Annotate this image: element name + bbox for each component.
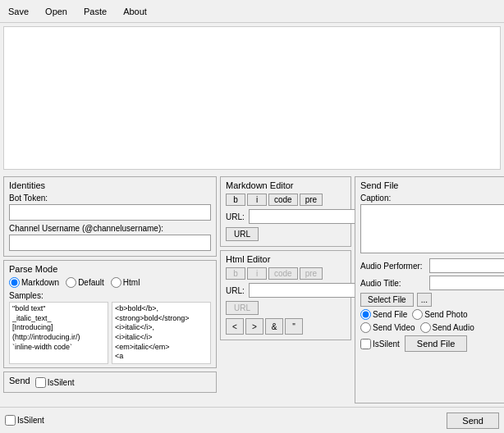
right-panel: Send File Caption: Audio Performer: Audi… (355, 176, 504, 403)
preview-area (3, 26, 501, 170)
audio-performer-input[interactable] (429, 258, 504, 273)
bot-token-label: Bot Token: (9, 194, 211, 203)
caption-textarea[interactable] (360, 204, 504, 253)
menu-bar: Save Open Paste About (0, 0, 504, 23)
markdown-btn-row: b i code pre (226, 194, 346, 206)
samples-label: Samples: (9, 291, 211, 300)
send-issilent-label[interactable]: IsSilent (35, 377, 75, 388)
radio-default[interactable]: Default (66, 277, 104, 288)
radio-default-input[interactable] (66, 277, 76, 288)
menu-save[interactable]: Save (0, 2, 37, 21)
menu-open[interactable]: Open (37, 2, 76, 21)
menu-about[interactable]: About (115, 2, 155, 21)
html-nav-row: < > & " (226, 318, 346, 335)
html-nav-amp[interactable]: & (265, 318, 283, 335)
audio-performer-label: Audio Performer: (360, 262, 426, 271)
send-file-section: Send File Caption: Audio Performer: Audi… (355, 176, 504, 403)
caption-label: Caption: (360, 194, 504, 203)
sample-left: "bold text" _italic_text_ [Introducing] … (9, 302, 108, 364)
select-file-row: Select File ... (360, 293, 504, 307)
bottom-issilent-checkbox[interactable] (5, 415, 16, 426)
md-bold-btn[interactable]: b (226, 194, 245, 206)
html-nav-prev[interactable]: < (226, 318, 244, 335)
radio-send-photo-input[interactable] (412, 309, 423, 320)
html-italic-btn[interactable]: i (247, 267, 267, 280)
channel-username-label: Channel Username (@channelusername): (9, 224, 211, 233)
send-file-big-btn[interactable]: Send File (405, 335, 467, 352)
radio-html-input[interactable] (111, 277, 121, 288)
bottom-bar: IsSilent Send (0, 407, 504, 433)
md-code-btn[interactable]: code (268, 194, 298, 206)
html-nav-quote[interactable]: " (285, 318, 303, 335)
html-pre-btn[interactable]: pre (300, 267, 323, 280)
md-url-input[interactable] (249, 209, 358, 224)
send-type-radio-group: Send File Send Photo (360, 309, 504, 320)
html-url-label: URL: (226, 286, 245, 295)
audio-title-label: Audio Title: (360, 279, 426, 288)
audio-performer-row: Audio Performer: (360, 258, 504, 273)
parse-mode-title: Parse Mode (9, 264, 211, 274)
send-file-title: Send File (360, 180, 504, 190)
md-url-label: URL: (226, 212, 245, 221)
send-label: Send (9, 376, 30, 385)
md-italic-btn[interactable]: i (247, 194, 267, 206)
audio-title-input[interactable] (429, 276, 504, 290)
radio-send-video[interactable]: Send Video (360, 322, 415, 333)
radio-send-file-input[interactable] (360, 309, 371, 320)
send-issilent-checkbox[interactable] (35, 377, 46, 388)
bottom-issilent[interactable]: IsSilent (5, 415, 44, 426)
parse-mode-section: Parse Mode Markdown Default Html (3, 260, 217, 368)
sample-right: <b>bold</b>, <strong>bold</strong> <i>it… (112, 302, 211, 364)
markdown-editor-section: Markdown Editor b i code pre URL: URL (220, 176, 351, 247)
select-file-btn[interactable]: Select File (360, 293, 414, 307)
html-code-btn[interactable]: code (268, 267, 298, 280)
channel-username-input[interactable] (9, 235, 211, 251)
send-file-bottom-row: IsSilent Send File (360, 335, 504, 352)
html-btn-row: b i code pre (226, 267, 346, 280)
bot-token-input[interactable] (9, 204, 211, 221)
html-bold-btn[interactable]: b (226, 267, 245, 280)
send-btn[interactable]: Send (447, 412, 499, 429)
send-file-issilent[interactable]: IsSilent (360, 339, 400, 349)
parse-mode-radio-group: Markdown Default Html (9, 277, 211, 288)
identities-title: Identities (9, 180, 211, 190)
panels-row: Identities Bot Token: Channel Username (… (0, 173, 504, 407)
md-url-btn[interactable]: URL (226, 227, 259, 241)
html-url-input[interactable] (249, 283, 358, 298)
radio-send-audio-input[interactable] (420, 322, 431, 333)
left-panel: Identities Bot Token: Channel Username (… (3, 176, 217, 403)
html-url-row: URL: (226, 283, 346, 298)
send-file-issilent-checkbox[interactable] (360, 339, 371, 349)
radio-send-audio[interactable]: Send Audio (420, 322, 474, 333)
send-type-radio-group-2: Send Video Send Audio (360, 322, 504, 333)
samples-row: "bold text" _italic_text_ [Introducing] … (9, 302, 211, 364)
html-editor-title: Html Editor (226, 254, 346, 264)
md-url-row: URL: (226, 209, 346, 224)
app-container: Save Open Paste About Identities Bot Tok… (0, 0, 504, 433)
html-url-btn[interactable]: URL (226, 301, 259, 315)
radio-send-file[interactable]: Send File (360, 309, 407, 320)
html-nav-next[interactable]: > (245, 318, 263, 335)
dots-btn[interactable]: ... (417, 293, 432, 307)
send-section: Send IsSilent (3, 371, 217, 393)
radio-send-photo[interactable]: Send Photo (412, 309, 467, 320)
audio-title-row: Audio Title: (360, 276, 504, 290)
radio-html[interactable]: Html (111, 277, 140, 288)
middle-panel: Markdown Editor b i code pre URL: URL Ht… (220, 176, 351, 403)
md-pre-btn[interactable]: pre (300, 194, 323, 206)
menu-paste[interactable]: Paste (76, 2, 115, 21)
radio-markdown[interactable]: Markdown (9, 277, 59, 288)
identities-section: Identities Bot Token: Channel Username (… (3, 176, 217, 257)
radio-markdown-input[interactable] (9, 277, 20, 288)
markdown-editor-title: Markdown Editor (226, 180, 346, 190)
html-editor-section: Html Editor b i code pre URL: URL < > & … (220, 250, 351, 340)
radio-send-video-input[interactable] (360, 322, 371, 333)
